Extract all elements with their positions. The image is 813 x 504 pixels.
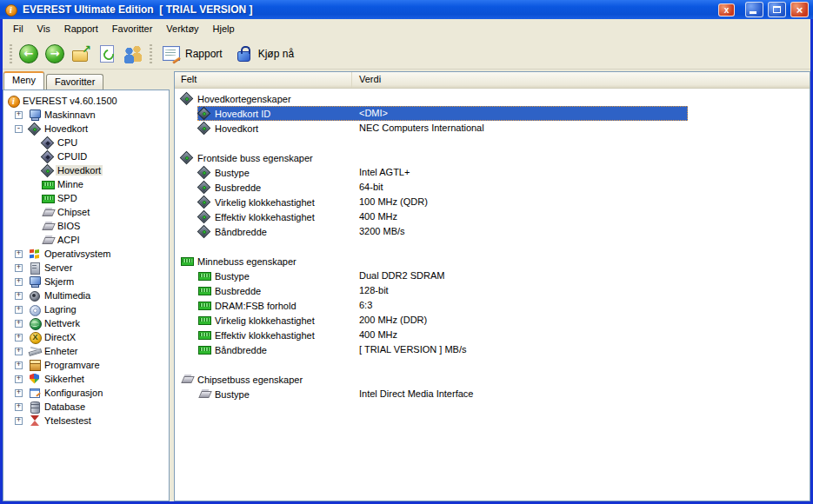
tree-item-root[interactable]: EVEREST v4.60.1500 (3, 94, 169, 108)
property-row-hovedkort[interactable]: HovedkortNEC Computers International (175, 121, 810, 136)
expand-box-icon[interactable]: + (15, 334, 23, 342)
tree-item-cpu[interactable]: CPU (3, 136, 169, 149)
group-header-row[interactable]: Frontside buss egenskaper (175, 150, 810, 165)
tab-favorites[interactable]: Favoritter (46, 74, 103, 90)
property-row-effektiv-klokkehastighet[interactable]: Effektiv klokkehastighet400 MHz (175, 328, 810, 342)
tree-item-hovedkort[interactable]: -Hovedkort (3, 122, 169, 136)
property-group-minnebuss-egenskaper: Minnebuss egenskaperBustypeDual DDR2 SDR… (175, 254, 810, 357)
group-header-row[interactable]: Chipsetbuss egenskaper (175, 372, 810, 387)
expand-box-icon[interactable]: + (15, 306, 23, 314)
property-row-hovedkort-id[interactable]: Hovedkort ID<DMI> (175, 106, 810, 121)
property-row-dram-fsb-forhold[interactable]: DRAM:FSB forhold6:3 (175, 298, 810, 313)
group-header-row[interactable]: Minnebuss egenskaper (175, 254, 810, 269)
motherboard-icon (198, 166, 212, 179)
toolbar-grip[interactable] (150, 44, 152, 63)
expand-box-icon[interactable]: + (15, 264, 23, 272)
expand-box-icon[interactable]: + (15, 403, 23, 411)
property-row-effektiv-klokkehastighet[interactable]: Effektiv klokkehastighet400 MHz (175, 209, 810, 224)
column-header-row: Felt Verdi (175, 72, 810, 89)
refresh-button[interactable] (94, 42, 120, 66)
field-cell: Bustype (215, 389, 250, 400)
tree-item-database[interactable]: +Database (3, 400, 169, 414)
group-header-label: Hovedkortegenskaper (197, 94, 291, 104)
tree-item-spd[interactable]: SPD (3, 191, 169, 205)
menu-item-verkt-y[interactable]: Verktøy (159, 21, 205, 36)
tab-menu[interactable]: Meny (3, 71, 44, 90)
close-button[interactable]: × (790, 2, 809, 17)
group-header-row[interactable]: Hovedkortegenskaper (175, 91, 810, 106)
menu-item-rapport[interactable]: Rapport (57, 21, 105, 36)
field-cell: DRAM:FSB forhold (215, 301, 297, 311)
main-content: Meny Favoritter EVEREST v4.60.1500+Maski… (3, 70, 810, 501)
window-title: EVEREST Ultimate Edition [ TRIAL VERSION… (23, 3, 714, 16)
tree-item-sikkerhet[interactable]: +Sikkerhet (3, 372, 169, 386)
tree-item-bios[interactable]: BIOS (3, 219, 169, 233)
tree-item-enheter[interactable]: +Enheter (3, 344, 169, 358)
tree-item-maskinnavn[interactable]: +Maskinnavn (3, 108, 169, 122)
open-report-file-button[interactable] (68, 42, 94, 66)
buy-now-button[interactable]: Kjøp nå (229, 42, 300, 66)
users-button[interactable] (120, 42, 146, 66)
property-row-b-ndbredde[interactable]: Båndbredde3200 MB/s (175, 224, 810, 239)
tree-item-minne[interactable]: Minne (3, 177, 169, 191)
tree-item-nettverk[interactable]: +Nettverk (3, 316, 169, 330)
expand-box-icon[interactable]: + (15, 250, 23, 258)
back-button[interactable]: ← (16, 42, 42, 66)
tree-item-directx[interactable]: +DirectX (3, 330, 169, 344)
minimize-button[interactable] (745, 2, 763, 17)
property-row-b-ndbredde[interactable]: Båndbredde[ TRIAL VERSION ] MB/s (175, 342, 810, 357)
expand-box-icon[interactable]: + (15, 348, 23, 355)
tree-item-chipset[interactable]: Chipset (3, 205, 169, 219)
report-button[interactable]: Rapport (156, 42, 229, 66)
tree-item-lagring[interactable]: +Lagring (3, 302, 169, 316)
tree-item-programvare[interactable]: +Programvare (3, 358, 169, 372)
maximize-button[interactable] (768, 2, 786, 17)
motherboard-icon (198, 122, 212, 135)
property-row-bustype[interactable]: BustypeIntel Direct Media Interface (175, 387, 810, 401)
tree-item-server[interactable]: +Server (3, 261, 169, 275)
expand-box-icon[interactable]: + (15, 292, 23, 300)
expand-box-icon[interactable]: + (15, 375, 23, 383)
property-row-virkelig-klokkehastighet[interactable]: Virkelig klokkehastighet200 MHz (DDR) (175, 313, 810, 328)
tree-item-operativsystem[interactable]: +Operativsystem (3, 247, 169, 261)
column-header-value[interactable]: Verdi (352, 72, 810, 88)
property-row-busbredde[interactable]: Busbredde128-bit (175, 283, 810, 298)
ram-icon (181, 255, 195, 268)
server-icon (29, 262, 43, 275)
details-panel: Felt Verdi HovedkortegenskaperHovedkort … (174, 71, 810, 501)
tree-item-konfigurasjon[interactable]: +Konfigurasjon (3, 386, 169, 400)
property-group-chipsetbuss-egenskaper: Chipsetbuss egenskaperBustypeIntel Direc… (175, 372, 810, 401)
menu-item-fil[interactable]: Fil (6, 21, 30, 36)
expand-box-icon[interactable]: + (15, 417, 23, 425)
tree-item-ytelsestest[interactable]: +Ytelsestest (3, 414, 169, 428)
tree-item-acpi[interactable]: ACPI (3, 233, 169, 247)
info-icon (7, 95, 21, 108)
menu-item-hjelp[interactable]: Hjelp (206, 21, 242, 36)
property-row-busbredde[interactable]: Busbredde64-bit (175, 180, 810, 195)
expand-box-icon[interactable]: + (15, 278, 23, 286)
column-header-field[interactable]: Felt (175, 72, 352, 88)
motherboard-icon (198, 107, 212, 120)
property-row-bustype[interactable]: BustypeDual DDR2 SDRAM (175, 269, 810, 283)
property-row-bustype[interactable]: BustypeIntel AGTL+ (175, 165, 810, 180)
trial-close-button[interactable]: x (718, 3, 735, 17)
expand-box-icon[interactable]: + (15, 320, 23, 328)
menu-item-vis[interactable]: Vis (30, 21, 57, 36)
tree-item-skjerm[interactable]: +Skjerm (3, 275, 169, 288)
expand-box-icon[interactable]: + (15, 389, 23, 397)
tree-item-cpuid[interactable]: CPUID (3, 149, 169, 163)
tree-item-label: Programvare (43, 360, 102, 370)
tree-item-hovedkort[interactable]: Hovedkort (3, 163, 169, 177)
expand-box-icon[interactable]: + (15, 361, 23, 369)
property-row-virkelig-klokkehastighet[interactable]: Virkelig klokkehastighet100 MHz (QDR) (175, 195, 810, 209)
menu-item-favoritter[interactable]: Favoritter (105, 21, 159, 36)
expand-box-icon[interactable]: + (15, 111, 23, 119)
forward-button[interactable]: → (42, 42, 68, 66)
field-cell: Bustype (215, 271, 250, 282)
cpu-icon (42, 150, 56, 163)
collapse-box-icon[interactable]: - (15, 125, 23, 133)
tree-item-multimedia[interactable]: +Multimedia (3, 288, 169, 302)
value-cell: 400 MHz (359, 209, 397, 224)
property-list: HovedkortegenskaperHovedkort ID<DMI>Hove… (175, 89, 810, 501)
toolbar-grip[interactable] (10, 44, 12, 63)
